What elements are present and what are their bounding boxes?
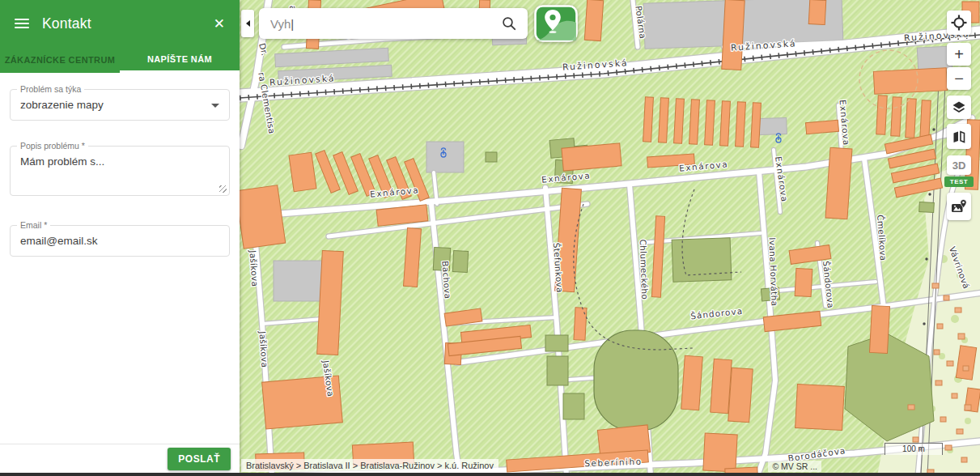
cottage <box>913 437 918 442</box>
app-logo-button[interactable] <box>534 5 578 42</box>
map-attribution[interactable]: © MV SR ... <box>768 461 821 472</box>
map-building <box>584 0 603 41</box>
cottage <box>955 308 961 312</box>
form-footer: POSLAŤ <box>0 444 240 473</box>
map-building <box>289 152 316 191</box>
map-building-green <box>547 356 568 385</box>
cottage <box>963 366 969 371</box>
cottage <box>935 380 942 385</box>
panel-title: Kontakt <box>42 15 91 32</box>
search-query-text: Vyh| <box>270 17 502 31</box>
map-render: RužinovskáRužinovskáRužinovskáRužinovská… <box>240 0 980 476</box>
street-label: Seberíniho <box>584 457 643 468</box>
map-building-green <box>563 393 584 419</box>
compare-maps-button[interactable] <box>947 124 971 149</box>
tree <box>951 315 959 323</box>
map-building <box>808 0 826 25</box>
map-building <box>805 120 838 134</box>
map-canvas[interactable]: RužinovskáRužinovskáRužinovskáRužinovská… <box>240 0 980 476</box>
cottage <box>937 324 943 329</box>
text-caret: | <box>291 17 294 31</box>
map-building <box>876 96 887 135</box>
cottage <box>961 457 967 462</box>
bottom-edge-bar <box>0 473 980 476</box>
street-photos-button[interactable] <box>947 193 971 220</box>
map-building <box>703 433 737 472</box>
email-value: email@email.sk <box>20 235 219 247</box>
email-field[interactable]: Email * email@email.sk <box>10 225 230 257</box>
close-icon[interactable]: ✕ <box>214 17 225 31</box>
power-pole <box>925 257 927 260</box>
panel-header: Kontakt ✕ <box>0 0 240 47</box>
description-value: Mám problém s... <box>20 155 219 168</box>
locate-me-button[interactable] <box>947 11 971 35</box>
panel-tabs: ZÁKAZNÍCKE CENTRUM NAPÍŠTE NÁM <box>0 47 240 73</box>
locate-icon <box>950 14 968 32</box>
map-building <box>869 305 889 353</box>
map-building-green <box>672 238 732 282</box>
map-building-green <box>452 251 468 273</box>
cottage <box>934 350 940 355</box>
map-building <box>681 355 703 410</box>
tree <box>965 418 971 424</box>
cottage <box>932 283 939 288</box>
map-building <box>873 68 947 95</box>
description-textarea[interactable]: Popis problému * Mám problém s... <box>10 146 230 196</box>
zoom-in-button[interactable]: + <box>947 43 971 66</box>
test-badge: TEST <box>944 176 974 187</box>
paved-area <box>274 261 324 301</box>
search-collapse-button[interactable] <box>241 10 254 37</box>
topic-value: zobrazenie mapy <box>20 99 219 111</box>
stadium-oval <box>594 330 678 431</box>
search-input[interactable]: Vyh| <box>259 8 528 39</box>
cottage <box>952 393 957 398</box>
zoom-out-button[interactable]: − <box>947 67 971 90</box>
street-photos-icon <box>950 198 968 215</box>
cottage <box>945 445 952 450</box>
map-building <box>562 143 622 171</box>
cottage <box>947 361 953 366</box>
description-label: Popis problému * <box>17 141 88 151</box>
breadcrumb[interactable]: Bratislavský > Bratislava II > Bratislav… <box>241 459 498 472</box>
tab-write-us[interactable]: NAPÍŠTE NÁM <box>120 47 240 73</box>
email-label: Email * <box>17 220 50 230</box>
compare-maps-icon <box>951 129 967 145</box>
map-building <box>825 147 852 219</box>
scale-bar: 100 m <box>885 443 943 455</box>
menu-icon[interactable] <box>15 16 29 31</box>
map-building-green <box>545 335 568 351</box>
cottage <box>965 405 971 410</box>
topic-label: Problém sa týka <box>17 84 84 94</box>
cottage <box>940 417 946 422</box>
collapse-arrow-icon <box>246 20 250 27</box>
contact-panel: Kontakt ✕ ZÁKAZNÍCKE CENTRUM NAPÍŠTE NÁM… <box>0 0 240 476</box>
map-building <box>795 385 845 431</box>
cottage <box>957 429 963 434</box>
map-building <box>920 100 931 140</box>
search-icon[interactable] <box>502 16 516 31</box>
contact-form: Problém sa týka zobrazenie mapy Popis pr… <box>0 73 240 257</box>
send-button[interactable]: POSLAŤ <box>168 448 231 470</box>
map-building-green <box>919 202 935 213</box>
3d-view-button[interactable]: 3D <box>947 155 971 175</box>
chevron-down-icon[interactable] <box>211 104 219 108</box>
resize-handle-icon[interactable] <box>219 185 227 193</box>
cottage <box>908 405 914 410</box>
tab-customer-center[interactable]: ZÁKAZNÍCKE CENTRUM <box>0 47 120 73</box>
paved-area <box>759 117 787 134</box>
map-building <box>711 359 732 413</box>
map-building <box>722 0 745 70</box>
cottage <box>944 295 949 300</box>
cottage <box>958 334 965 339</box>
power-pole <box>932 128 935 130</box>
map-building <box>728 368 753 423</box>
map-building <box>574 308 587 341</box>
map-building <box>240 185 286 249</box>
topic-select[interactable]: Problém sa týka zobrazenie mapy <box>10 89 230 121</box>
power-pole <box>923 322 925 325</box>
map-building <box>891 97 902 137</box>
map-building-green <box>486 152 497 162</box>
layers-button[interactable] <box>947 96 971 119</box>
map-building <box>795 268 812 296</box>
layers-icon <box>951 100 967 116</box>
